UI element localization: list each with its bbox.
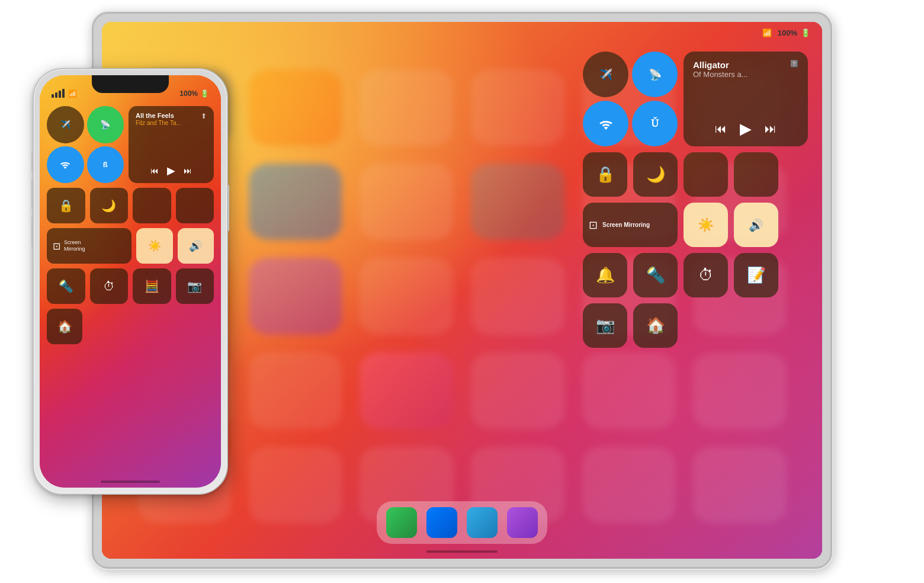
ipad-cc-row4: 🔔 🔦 ⏱ 📝 <box>583 253 808 297</box>
iphone-tile-4 <box>176 188 214 223</box>
ipad-hotspot-button[interactable]: 📡 <box>632 52 678 97</box>
ipad-timer-button[interactable]: ⏱ <box>684 253 728 297</box>
wifi-icon: 📶 <box>762 28 772 37</box>
iphone-connectivity-grid: ✈️ 📡 ß <box>47 106 124 183</box>
iphone-bluetooth-button[interactable]: ß <box>87 146 124 184</box>
iphone-do-not-disturb-button[interactable]: 🌙 <box>90 188 129 223</box>
iphone-torch-button[interactable]: 🔦 <box>47 268 85 304</box>
iphone-lock-rotation-button[interactable]: 🔒 <box>47 188 85 223</box>
list-item <box>249 447 342 523</box>
iphone-prev-button[interactable]: ⏮ <box>150 166 159 175</box>
signal-bar-1 <box>52 94 54 98</box>
ipad-next-button[interactable]: ⏭ <box>765 122 777 136</box>
ipad-lock-rotation-button[interactable]: 🔒 <box>583 152 627 197</box>
list-item <box>360 69 453 146</box>
signal-bar-3 <box>59 91 61 98</box>
ipad-prev-button[interactable]: ⏮ <box>715 122 727 136</box>
iphone-screen-mirroring-button[interactable]: ⊡ ScreenMirroring <box>47 228 131 264</box>
battery-icon: 🔋 <box>200 89 209 98</box>
ipad-do-not-disturb-button[interactable]: 🌙 <box>633 152 678 197</box>
iphone-wifi-button[interactable] <box>47 146 84 184</box>
list-item <box>582 353 676 429</box>
iphone-screen: 📶 100% 🔋 ✈️ 📡 <box>40 75 221 488</box>
ipad-camera-button[interactable]: 📷 <box>583 303 627 348</box>
signal-bar-2 <box>55 92 57 98</box>
ipad-cc-row5: 📷 🏠 <box>583 303 808 348</box>
iphone-tile-3 <box>133 188 171 223</box>
dock-icon-4[interactable] <box>507 507 538 538</box>
iphone-airplane-button[interactable]: ✈️ <box>47 106 84 143</box>
ipad-dock <box>377 501 547 544</box>
iphone-media-top: All the Feels Fitz and The Ta... ⬆ <box>136 112 207 126</box>
volume-icon: 🔊 <box>189 239 202 252</box>
iphone-cc-row5: 🏠 <box>47 309 214 344</box>
ipad-play-button[interactable]: ▶ <box>740 120 752 138</box>
ipad-bell-button[interactable]: 🔔 <box>583 253 627 297</box>
airplay-icon: ⬆ <box>201 112 207 120</box>
iphone-volume-down-button[interactable] <box>31 216 34 247</box>
iphone-media-artist: Fitz and The Ta... <box>136 120 181 126</box>
ipad-bluetooth-button[interactable]: Ǔ <box>632 101 678 146</box>
ipad-brightness-slider[interactable]: ☀️ <box>684 203 728 247</box>
wifi-icon <box>60 160 70 169</box>
ipad-notes-button[interactable]: 📝 <box>734 253 778 297</box>
iphone-media-controls: ⏮ ▶ ⏭ <box>136 164 207 177</box>
iphone-media-info: All the Feels Fitz and The Ta... <box>136 112 181 126</box>
list-item <box>471 69 564 146</box>
iphone-next-button[interactable]: ⏭ <box>184 166 192 175</box>
ipad-airplane-mode-button[interactable]: ✈️ <box>583 52 628 97</box>
ipad-wifi-button[interactable] <box>583 101 628 146</box>
iphone-cc-row4: 🔦 ⏱ 🧮 📷 <box>47 268 214 304</box>
iphone-volume-up-button[interactable] <box>31 179 34 210</box>
ipad-home-button[interactable]: 🏠 <box>633 303 678 348</box>
ipad-media-title: Alligator <box>693 60 798 70</box>
list-item <box>471 353 564 429</box>
ipad-cc-row2: 🔒 🌙 <box>583 152 808 197</box>
iphone-volume-slider[interactable]: 🔊 <box>178 228 214 264</box>
dock-icon-2[interactable] <box>426 507 457 538</box>
wifi-icon <box>599 118 613 130</box>
ipad-media-artist: Of Monsters a... <box>693 70 798 79</box>
ipad-tile-3 <box>684 152 728 197</box>
list-item <box>249 164 342 240</box>
iphone-home-indicator <box>101 481 160 483</box>
iphone-camera-button[interactable]: 📷 <box>176 268 214 304</box>
list-item <box>360 164 453 240</box>
wifi-status-icon: 📶 <box>68 89 77 98</box>
list-item <box>249 353 342 429</box>
list-item <box>360 258 453 334</box>
iphone-device: 📶 100% 🔋 ✈️ 📡 <box>33 68 228 495</box>
scene: 📶 100% 🔋 ✈️ 📡 <box>0 0 924 583</box>
signal-bar-4 <box>62 89 65 98</box>
iphone-battery-area: 100% 🔋 <box>179 89 209 98</box>
iphone-notch <box>92 75 169 93</box>
iphone-hotspot-button[interactable]: 📡 <box>87 106 124 143</box>
ipad-torch-button[interactable]: 🔦 <box>633 253 678 297</box>
screen-mirroring-label: Screen Mirroring <box>602 222 650 229</box>
list-item <box>582 447 676 523</box>
ipad-volume-slider[interactable]: 🔊 <box>734 203 778 247</box>
brightness-icon: ☀️ <box>698 217 714 233</box>
list-item <box>249 258 342 334</box>
ipad-media-controls: ⏮ ▶ ⏭ <box>693 120 798 138</box>
battery-percentage: 100% <box>179 89 198 98</box>
screen-mirroring-icon: ⊡ <box>589 219 598 232</box>
iphone-power-button[interactable] <box>227 185 229 231</box>
dock-icon-3[interactable] <box>467 507 498 538</box>
screen-mirroring-icon: ⊡ <box>53 241 60 252</box>
iphone-media-widget: All the Feels Fitz and The Ta... ⬆ ⏮ ▶ ⏭ <box>129 106 214 183</box>
iphone-home-app-button[interactable]: 🏠 <box>47 309 82 344</box>
ipad-screen-mirroring-button[interactable]: ⊡ Screen Mirroring <box>583 203 678 247</box>
iphone-calculator-button[interactable]: 🧮 <box>133 268 171 304</box>
list-item <box>249 69 342 146</box>
battery-percentage: 100% <box>778 28 797 37</box>
ipad-control-center: ✈️ 📡 Ǔ ⬆️ Alligator <box>583 52 808 348</box>
ipad-media-widget: ⬆️ Alligator Of Monsters a... ⏮ ▶ ⏭ <box>684 52 808 146</box>
dock-icon-1[interactable] <box>386 507 417 538</box>
iphone-timer-button[interactable]: ⏱ <box>90 268 129 304</box>
iphone-play-button[interactable]: ▶ <box>167 164 175 177</box>
ipad-tile-4 <box>734 152 778 197</box>
list-item <box>471 258 564 334</box>
list-item <box>693 353 787 429</box>
iphone-brightness-slider[interactable]: ☀️ <box>136 228 173 264</box>
